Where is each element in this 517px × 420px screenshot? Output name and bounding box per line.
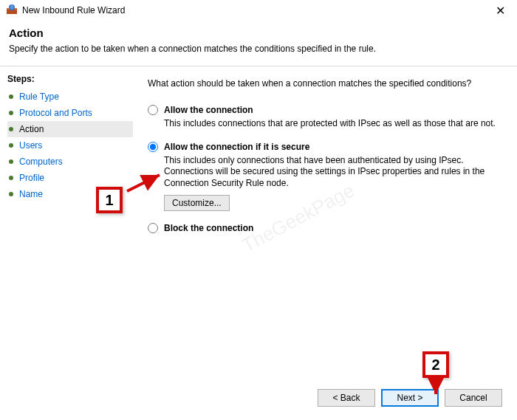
step-protocol-ports[interactable]: Protocol and Ports	[7, 105, 133, 121]
question-text: What action should be taken when a conne…	[148, 78, 502, 89]
bullet-icon	[9, 159, 13, 164]
page-title: Action	[9, 27, 508, 39]
bullet-icon	[9, 176, 13, 180]
cancel-button[interactable]: Cancel	[445, 389, 502, 407]
wizard-content: What action should be taken when a conne…	[133, 66, 517, 387]
bullet-icon	[9, 192, 13, 196]
option-block: Block the connection	[148, 223, 502, 233]
step-computers[interactable]: Computers	[7, 154, 133, 170]
annotation-callout-1: 1	[96, 187, 123, 213]
bullet-icon	[9, 111, 13, 115]
page-subtitle: Specify the action to be taken when a co…	[9, 44, 508, 54]
steps-sidebar: Steps: Rule Type Protocol and Ports Acti…	[0, 66, 133, 387]
option-desc: This includes connections that are prote…	[164, 118, 502, 130]
titlebar: New Inbound Rule Wizard ✕	[0, 0, 517, 21]
wizard-header: Action Specify the action to be taken wh…	[0, 21, 517, 57]
step-label: Action	[19, 124, 44, 134]
step-label: Protocol and Ports	[19, 108, 92, 118]
option-label[interactable]: Allow the connection	[164, 105, 253, 115]
option-desc: This includes only connections that have…	[164, 155, 502, 190]
step-profile[interactable]: Profile	[7, 170, 133, 186]
bullet-icon	[9, 94, 13, 99]
step-label: Profile	[19, 173, 44, 183]
step-label: Name	[19, 189, 43, 199]
annotation-callout-2: 2	[422, 351, 449, 378]
back-button[interactable]: < Back	[318, 389, 375, 407]
step-action[interactable]: Action	[7, 121, 133, 137]
bullet-icon	[9, 143, 13, 148]
option-allow-secure: Allow the connection if it is secure Thi…	[148, 142, 502, 212]
next-button[interactable]: Next >	[381, 389, 439, 407]
bullet-icon	[9, 127, 13, 131]
option-label[interactable]: Allow the connection if it is secure	[164, 142, 309, 152]
step-rule-type[interactable]: Rule Type	[7, 89, 133, 105]
steps-heading: Steps:	[7, 74, 133, 86]
wizard-footer: < Back Next > Cancel	[318, 389, 502, 407]
step-label: Users	[19, 140, 42, 151]
step-users[interactable]: Users	[7, 137, 133, 154]
window-title: New Inbound Rule Wizard	[22, 5, 490, 16]
step-label: Computers	[19, 156, 63, 167]
radio-allow[interactable]	[148, 105, 158, 115]
radio-block[interactable]	[148, 223, 158, 233]
step-label: Rule Type	[19, 92, 59, 102]
firewall-icon	[6, 4, 18, 18]
radio-allow-secure[interactable]	[148, 142, 158, 152]
close-icon[interactable]: ✕	[490, 2, 511, 19]
customize-button[interactable]: Customize...	[164, 195, 230, 211]
option-allow: Allow the connection This includes conne…	[148, 105, 502, 130]
option-label[interactable]: Block the connection	[164, 223, 253, 233]
